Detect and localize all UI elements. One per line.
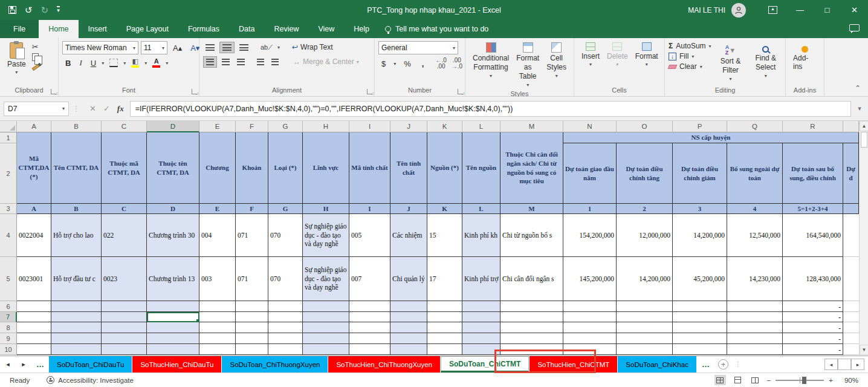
cell-styles-button[interactable]: Cell Styles▾ (543, 41, 570, 80)
ribbon-tab-page-layout[interactable]: Page Layout (117, 20, 178, 38)
cell-P7[interactable] (673, 312, 727, 322)
cell-Q9[interactable] (727, 333, 783, 344)
code-row-J[interactable]: J (390, 204, 427, 214)
alignment-dialog-launcher[interactable] (367, 89, 372, 94)
zoom-out-icon[interactable]: − (767, 377, 771, 384)
h-scroll-thumb[interactable] (838, 359, 851, 370)
orientation-button[interactable]: ab⟋ (258, 42, 275, 53)
cell-J4[interactable]: Các nhiệm (390, 214, 427, 257)
row-header-7[interactable]: 7 (0, 312, 17, 322)
number-dialog-launcher[interactable] (458, 89, 463, 94)
format-as-table-button[interactable]: Format as Table▾ (513, 41, 543, 89)
cell-N10[interactable] (563, 344, 617, 355)
middle-align-button[interactable] (219, 42, 235, 53)
cell-B8[interactable] (51, 322, 102, 333)
currency-button[interactable]: $ (378, 58, 389, 70)
code-row-Q[interactable]: 4 (727, 204, 783, 214)
insert-function-icon[interactable]: fx (117, 104, 124, 114)
cell-S8[interactable] (843, 322, 859, 333)
cell-M7[interactable] (500, 312, 563, 322)
code-row-P[interactable]: 3 (673, 204, 727, 214)
cell-E6[interactable] (199, 301, 236, 312)
table-header-R[interactable]: Dự toán sau bổ sung, điều chỉnh (783, 143, 843, 204)
align-right-button[interactable] (235, 57, 247, 67)
maximize-button[interactable]: □ (814, 0, 841, 20)
cell-L5[interactable]: Kinh phí trợ (462, 257, 500, 301)
cell-M6[interactable] (500, 301, 563, 312)
cell-O7[interactable] (617, 312, 673, 322)
save-icon[interactable] (8, 6, 16, 14)
ribbon-tab-review[interactable]: Review (264, 20, 308, 38)
table-header-L[interactable]: Tên nguồn (462, 132, 500, 204)
zoom-slider[interactable] (776, 380, 824, 381)
code-row-S[interactable] (843, 204, 859, 214)
cell-C7[interactable] (102, 312, 147, 322)
cell-F5[interactable]: 071 (236, 257, 268, 301)
cell-A6[interactable] (17, 301, 51, 312)
cell-N7[interactable] (563, 312, 617, 322)
percent-button[interactable]: % (401, 58, 414, 70)
font-dialog-launcher[interactable] (192, 89, 197, 94)
cell-O10[interactable] (617, 344, 673, 355)
decrease-indent-button[interactable] (254, 57, 267, 67)
cell-I5[interactable]: 007 (349, 257, 390, 301)
align-center-button[interactable] (219, 57, 232, 67)
cell-P10[interactable] (673, 344, 727, 355)
cell-D8[interactable] (147, 322, 199, 333)
cell-H7[interactable] (303, 312, 349, 322)
row-header-9[interactable]: 9 (0, 333, 17, 344)
cell-B10[interactable] (51, 344, 102, 355)
table-header-O[interactable]: Dự toán điều chỉnh tăng (617, 143, 673, 204)
page-break-view-button[interactable] (750, 375, 761, 385)
cell-C5[interactable]: 0023 (102, 257, 147, 301)
cell-F6[interactable] (236, 301, 268, 312)
vertical-scroll-thumb[interactable] (861, 132, 867, 148)
cell-G7[interactable] (268, 312, 303, 322)
table-header-M[interactable]: Thuộc Chi cân đối ngân sách/ Chi từ nguồ… (500, 132, 563, 204)
h-scroll-right-icon[interactable]: ▸ (851, 359, 864, 370)
column-header-D[interactable]: D (147, 121, 199, 132)
cell-S7[interactable] (843, 312, 859, 322)
cell-Q5[interactable]: 14,230,000 (727, 257, 783, 301)
borders-button[interactable] (106, 57, 121, 68)
cell-E7[interactable] (199, 312, 236, 322)
cell-S10[interactable] (843, 344, 859, 355)
font-color-button[interactable]: A (149, 57, 163, 69)
cell-M9[interactable] (500, 333, 563, 344)
addins-button[interactable]: Add-ins (789, 41, 820, 72)
cell-Q6[interactable] (727, 301, 783, 312)
cell-S6[interactable] (843, 301, 859, 312)
cell-B9[interactable] (51, 333, 102, 344)
cell-Q8[interactable] (727, 322, 783, 333)
column-header-R[interactable]: R (783, 121, 843, 132)
cell-R9[interactable]: - (783, 333, 843, 344)
column-header-Q[interactable]: Q (727, 121, 783, 132)
sort-filter-button[interactable]: AZ▼ Sort & Filter▾ (716, 41, 745, 83)
table-header-D[interactable]: Thuộc tên CTMT, DA (147, 132, 199, 204)
tab-overflow-right[interactable]: … (697, 356, 714, 372)
scroll-up-icon[interactable]: ▲ (860, 121, 868, 131)
clear-button[interactable]: Clear▾ (669, 62, 711, 71)
cell-D6[interactable] (147, 301, 199, 312)
cell-N4[interactable]: 154,200,000 (563, 214, 617, 257)
table-header-C[interactable]: Thuộc mã CTMT, DA (102, 132, 147, 204)
cell-C8[interactable] (102, 322, 147, 333)
cell-G4[interactable]: 070 (268, 214, 303, 257)
cell-E10[interactable] (199, 344, 236, 355)
cell-A4[interactable]: 0022004 (17, 214, 51, 257)
column-header-B[interactable]: B (51, 121, 102, 132)
column-header-M[interactable]: M (500, 121, 563, 132)
zoom-level[interactable]: 90% (838, 377, 858, 384)
customize-qat-icon[interactable]: ▾ (57, 6, 60, 14)
sheet-tab-SoDuToan_ChiKhac[interactable]: SoDuToan_ChiKhac (618, 356, 696, 372)
cell-H5[interactable]: Sự nghiệp giáo dục - đào tạo và dạy nghề (303, 257, 349, 301)
column-header-E[interactable]: E (199, 121, 236, 132)
cell-B7[interactable] (51, 312, 102, 322)
row-header-6[interactable]: 6 (0, 301, 17, 312)
cell-E4[interactable]: 004 (199, 214, 236, 257)
table-header-N[interactable]: Dự toán giao đầu năm (563, 143, 617, 204)
column-header-C[interactable]: C (102, 121, 147, 132)
insert-cells-button[interactable]: Insert▾ (578, 41, 603, 68)
cell-F10[interactable] (236, 344, 268, 355)
sheet-tab-SoDuToan_ChiThuongXuyen[interactable]: SoDuToan_ChiThuongXuyen (222, 356, 328, 372)
